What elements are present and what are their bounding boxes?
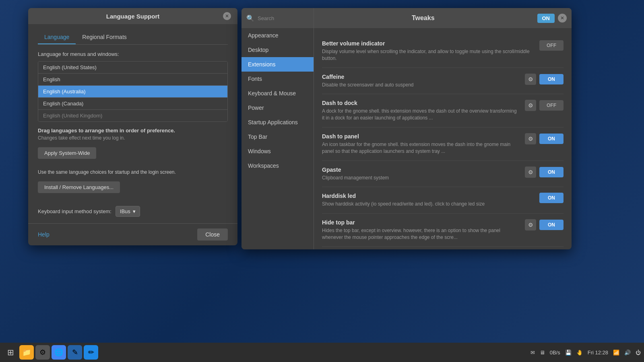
taskbar-icon-browser[interactable]: 🌐 [52, 345, 66, 360]
extension-better-volume: Better volume indicator Display volume l… [322, 35, 564, 68]
install-remove-languages-button[interactable]: Install / Remove Languages... [38, 181, 120, 193]
keyboard-input-row: Keyboard input method system: IBus ▾ [38, 206, 228, 217]
taskbar-volume-icon: 🔊 [624, 350, 631, 356]
extension-gear-button[interactable]: ⚙ [525, 133, 536, 144]
taskbar-icon-editor[interactable]: ✏ [84, 345, 98, 360]
taskbar-icon-files[interactable]: 📁 [19, 345, 34, 360]
language-section-label: Language for menus and windows: [38, 51, 228, 57]
same-language-text: Use the same language choices for startu… [38, 169, 228, 175]
extension-desc: A dock for the gnome shell. this extensi… [322, 108, 520, 121]
extension-name: Harddisk led [322, 193, 535, 199]
extension-name: Gpaste [322, 167, 520, 173]
sidebar-item-extensions[interactable]: Extensions [242, 57, 314, 72]
search-icon: 🔍 [246, 14, 254, 22]
extension-name: Dash to panel [322, 133, 520, 140]
taskbar-power-icon: ⏻ [636, 350, 641, 356]
editor-icon: ✏ [88, 348, 94, 357]
extension-toggle[interactable]: ON [539, 193, 564, 203]
extension-gear-button[interactable]: ⚙ [525, 74, 536, 85]
extension-gear-button[interactable]: ⚙ [525, 219, 536, 230]
extension-desc: Hides the top bar, except in overview. h… [322, 227, 520, 241]
extension-gear-button[interactable]: ⚙ [525, 167, 536, 178]
dialog-body: Language Regional Formats Language for m… [28, 24, 237, 223]
list-item[interactable]: English (United Kingdom) [38, 110, 227, 121]
extension-impatience: Impatience Speed up the gnome-shell anim… [322, 247, 564, 249]
list-item[interactable]: English (Australia) [38, 86, 227, 98]
sidebar-item-power[interactable]: Power [242, 101, 314, 115]
extension-toggle[interactable]: ON [539, 134, 564, 144]
dialog-footer: Help Close [28, 223, 237, 245]
dialog-title: Language Support [43, 13, 223, 20]
extension-toggle[interactable]: ON [539, 220, 564, 230]
taskbar-email-icon: ✉ [530, 350, 535, 356]
keyboard-label: Keyboard input method system: [38, 208, 111, 214]
extension-desc: Clipboard management system [322, 175, 520, 181]
browser-icon: 🌐 [54, 348, 63, 357]
taskbar-right: ✉ 🖥 0B/s 💾 🤚 Fri 12:28 📶 🔊 ⏻ [530, 350, 641, 356]
list-item[interactable]: English (United States) [38, 62, 227, 74]
extension-dash-to-dock: Dash to dock A dock for the gnome shell.… [322, 94, 564, 128]
extension-harddisk-led: Harddisk led Show harddisk activity (io … [322, 187, 564, 214]
taskbar-icon-notes[interactable]: ✎ [68, 345, 82, 360]
tweaks-content: Appearance Desktop Extensions Fonts Keyb… [242, 28, 572, 249]
drag-subtext: Changes take effect next time you log in… [38, 135, 228, 141]
keyboard-value: IBus [120, 208, 130, 214]
dialog-tabs: Language Regional Formats [38, 31, 228, 45]
sidebar-item-appearance[interactable]: Appearance [242, 28, 314, 43]
list-item[interactable]: English [38, 74, 227, 86]
taskbar-time: Fri 12:28 [588, 350, 608, 356]
files-icon: 📁 [22, 348, 31, 357]
taskbar-storage-icon: 💾 [565, 350, 572, 356]
sidebar-item-startup[interactable]: Startup Applications [242, 115, 314, 130]
extension-desc: Disable the screensaver and auto suspend [322, 82, 520, 88]
sidebar-item-desktop[interactable]: Desktop [242, 43, 314, 57]
taskbar-left: ⊞ 📁 ⚙ 🌐 ✎ ✏ [3, 345, 530, 360]
sidebar-item-top-bar[interactable]: Top Bar [242, 130, 314, 144]
help-button[interactable]: Help [38, 231, 50, 238]
taskbar-wifi-icon: 📶 [613, 350, 619, 356]
extension-name: Hide top bar [322, 219, 520, 226]
extension-toggle[interactable]: ON [539, 167, 564, 177]
dialog-titlebar: Language Support ✕ [28, 8, 237, 24]
settings-icon: ⚙ [39, 348, 46, 357]
extension-hide-top-bar: Hide top bar Hides the top bar, except i… [322, 214, 564, 247]
taskbar-icon-settings[interactable]: ⚙ [35, 345, 50, 360]
dialog-close-button[interactable]: ✕ [223, 12, 231, 20]
language-support-dialog: Language Support ✕ Language Regional For… [28, 8, 237, 245]
tweaks-header-right: ON ✕ [533, 8, 572, 28]
keyboard-dropdown[interactable]: IBus ▾ [116, 206, 140, 217]
language-list: English (United States) English English … [38, 61, 228, 122]
tweaks-search-area: 🔍 Search [242, 8, 314, 28]
extension-toggle[interactable]: ON [539, 74, 564, 84]
search-placeholder: Search [258, 15, 274, 21]
apply-system-wide-button[interactable]: Apply System-Wide [38, 147, 96, 159]
sidebar-item-keyboard-mouse[interactable]: Keyboard & Mouse [242, 86, 314, 101]
close-button[interactable]: Close [197, 228, 228, 241]
taskbar-display-icon: 🖥 [540, 350, 545, 356]
taskbar-apps-grid[interactable]: ⊞ [3, 345, 18, 360]
extension-desc: Show harddisk activity (io speed read/wr… [322, 201, 535, 208]
taskbar-hand-icon: 🤚 [576, 350, 583, 356]
tweaks-window: 🔍 Search Tweaks ON ✕ Appearance Desktop … [242, 8, 572, 249]
sidebar-item-fonts[interactable]: Fonts [242, 72, 314, 86]
dropdown-chevron-icon: ▾ [133, 208, 136, 214]
tweaks-sidebar: Appearance Desktop Extensions Fonts Keyb… [242, 28, 314, 249]
sidebar-item-workspaces[interactable]: Workspaces [242, 158, 314, 173]
extension-toggle[interactable]: OFF [539, 40, 564, 51]
drag-instruction: Drag languages to arrange them in order … [38, 128, 228, 134]
extensions-on-badge[interactable]: ON [537, 14, 555, 23]
tab-language[interactable]: Language [38, 31, 76, 44]
taskbar-network-speed: 0B/s [550, 350, 560, 356]
tweaks-close-button[interactable]: ✕ [558, 14, 567, 23]
extension-gear-button[interactable]: ⚙ [525, 100, 536, 111]
extensions-panel: Better volume indicator Display volume l… [314, 28, 572, 249]
tab-regional-formats[interactable]: Regional Formats [76, 31, 133, 44]
extension-name: Dash to dock [322, 100, 520, 106]
extension-name: Caffeine [322, 74, 520, 80]
sidebar-item-windows[interactable]: Windows [242, 144, 314, 158]
list-item[interactable]: English (Canada) [38, 98, 227, 110]
notes-icon: ✎ [72, 348, 78, 357]
extension-name: Better volume indicator [322, 40, 535, 47]
extension-toggle[interactable]: OFF [539, 100, 564, 111]
extension-dash-to-panel: Dash to panel An icon taskbar for the gn… [322, 128, 564, 161]
